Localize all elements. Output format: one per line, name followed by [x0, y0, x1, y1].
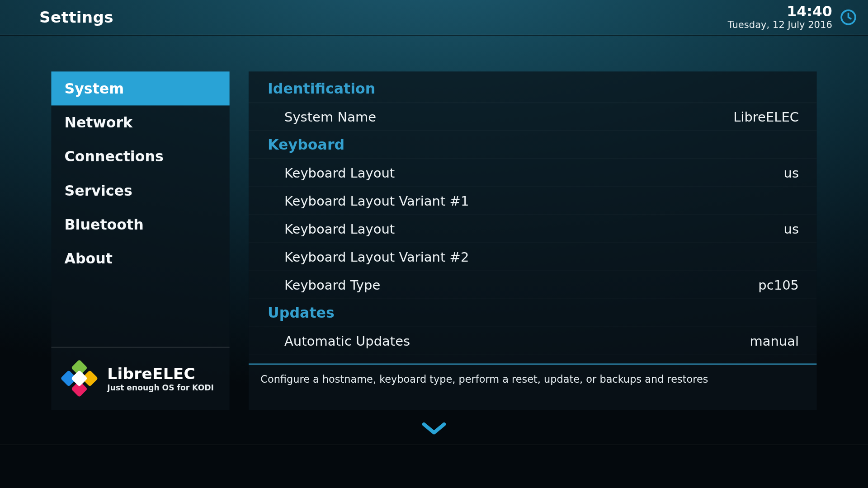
setting-value: manual: [750, 333, 799, 348]
setting-label: System Name: [284, 109, 376, 124]
divider: [0, 444, 868, 444]
sidebar-item-label: System: [64, 80, 124, 97]
setting-label: Automatic Updates: [284, 333, 410, 348]
svg-rect-5: [71, 370, 88, 387]
setting-keyboard-type[interactable]: Keyboard Type pc105: [249, 271, 817, 299]
clock: 14:40 Tuesday, 12 July 2016: [728, 4, 858, 30]
setting-label: Keyboard Layout: [284, 221, 395, 236]
clock-icon: [840, 8, 858, 26]
setting-label: Keyboard Type: [284, 277, 380, 292]
sidebar-item-label: About: [64, 250, 113, 267]
scroll-down-button[interactable]: [0, 421, 868, 440]
setting-label: Keyboard Layout Variant #1: [284, 193, 469, 208]
setting-label: Keyboard Layout Variant #2: [284, 249, 469, 264]
top-bar: Settings 14:40 Tuesday, 12 July 2016: [0, 0, 868, 35]
sidebar-items: System Network Connections Services Blue…: [51, 71, 229, 275]
brand-logo: LibreELEC Just enough OS for KODI: [51, 347, 229, 410]
setting-keyboard-layout-variant-2[interactable]: Keyboard Layout Variant #2: [249, 243, 817, 271]
setting-value: us: [784, 165, 799, 180]
sidebar-item-about[interactable]: About: [51, 241, 229, 275]
sidebar-item-label: Connections: [64, 148, 163, 165]
setting-system-name[interactable]: System Name LibreELEC: [249, 103, 817, 131]
clock-date: Tuesday, 12 July 2016: [728, 19, 832, 30]
group-header-identification: Identification: [249, 75, 817, 103]
sidebar-item-connections[interactable]: Connections: [51, 140, 229, 174]
chevron-down-icon: [420, 421, 448, 440]
sidebar-item-network[interactable]: Network: [51, 105, 229, 139]
sidebar-item-label: Network: [64, 114, 132, 131]
clock-time: 14:40: [728, 4, 832, 19]
brand-tagline: Just enough OS for KODI: [107, 383, 213, 392]
setting-keyboard-layout-variant-1[interactable]: Keyboard Layout Variant #1: [249, 187, 817, 215]
sidebar-item-label: Bluetooth: [64, 216, 143, 233]
brand-name: LibreELEC: [107, 365, 213, 383]
setting-keyboard-layout-1[interactable]: Keyboard Layout us: [249, 159, 817, 187]
settings-description: Configure a hostname, keyboard type, per…: [249, 363, 817, 410]
settings-list: Identification System Name LibreELEC Key…: [249, 71, 817, 363]
page-title: Settings: [39, 8, 113, 26]
sidebar-item-bluetooth[interactable]: Bluetooth: [51, 207, 229, 241]
setting-automatic-updates[interactable]: Automatic Updates manual: [249, 327, 817, 355]
group-header-updates: Updates: [249, 299, 817, 327]
setting-value: us: [784, 221, 799, 236]
sidebar-item-label: Services: [64, 182, 132, 199]
setting-keyboard-layout-2[interactable]: Keyboard Layout us: [249, 215, 817, 243]
sidebar: System Network Connections Services Blue…: [51, 71, 229, 410]
setting-value: pc105: [758, 277, 799, 292]
settings-panel: Identification System Name LibreELEC Key…: [249, 71, 817, 410]
setting-value: LibreELEC: [733, 109, 799, 124]
libreelec-logo-icon: [60, 359, 99, 398]
sidebar-item-system[interactable]: System: [51, 71, 229, 105]
group-header-keyboard: Keyboard: [249, 131, 817, 159]
sidebar-item-services[interactable]: Services: [51, 174, 229, 207]
setting-label: Keyboard Layout: [284, 165, 395, 180]
